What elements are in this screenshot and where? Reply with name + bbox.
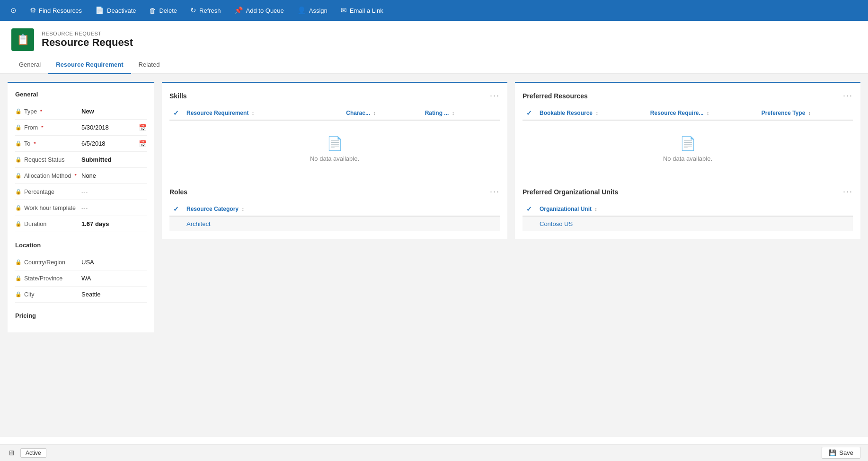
field-value-from: 5/30/2018 📅	[81, 124, 147, 131]
roles-section: Roles ··· ✓ Resource Category ↕	[169, 187, 500, 231]
field-value-country[interactable]: USA	[81, 259, 147, 266]
field-value-state[interactable]: WA	[81, 275, 147, 282]
skills-table-header-row: ✓ Resource Requirement ↕ Charac... ↕ Rat…	[169, 106, 500, 120]
preferred-org-units-table: ✓ Organizational Unit ↕ Contoso US	[523, 202, 853, 231]
field-value-duration[interactable]: 1.67 days	[81, 220, 147, 227]
preferred-resources-table: ✓ Bookable Resource ↕ Resource Require..…	[523, 106, 853, 121]
field-label-from: 🔒 From *	[15, 124, 81, 131]
nav-refresh-button[interactable]: ↻ Refresh	[184, 0, 228, 21]
roles-row-architect[interactable]: Architect	[183, 216, 500, 231]
skills-col-requirement[interactable]: Resource Requirement ↕	[183, 106, 342, 120]
nav-assign-button[interactable]: 👤 Assign	[291, 0, 334, 21]
refresh-label: Refresh	[199, 7, 221, 14]
email-icon: ✉	[341, 6, 347, 15]
field-row-to: 🔒 To * 6/5/2018 📅	[15, 136, 147, 152]
find-resources-icon: ⚙	[30, 6, 36, 15]
preferred-org-units-panel-header: Preferred Organizational Units ···	[523, 187, 853, 197]
sort-icon-requirement[interactable]: ↕	[252, 110, 255, 116]
field-label-state: 🔒 State/Province	[15, 275, 81, 282]
field-value-to: 6/5/2018 📅	[81, 140, 147, 148]
lock-icon-state: 🔒	[15, 275, 22, 281]
nav-add-to-queue-button[interactable]: 📌 Add to Queue	[228, 0, 291, 21]
sort-icon-rating[interactable]: ↕	[452, 110, 455, 116]
lock-icon-city: 🔒	[15, 291, 22, 297]
lock-icon-allocation-method: 🔒	[15, 173, 22, 179]
preferred-org-units-row-check	[523, 216, 536, 231]
entity-icon-glyph: 📋	[17, 34, 29, 46]
preferred-resources-header-row: ✓ Bookable Resource ↕ Resource Require..…	[523, 106, 853, 120]
tabs-bar: General Resource Requirement Related	[0, 56, 868, 74]
field-label-percentage: 🔒 Percentage	[15, 189, 81, 195]
sort-icon-org-unit[interactable]: ↕	[594, 206, 597, 212]
preferred-resources-col-preference-type[interactable]: Preference Type ↕	[758, 106, 853, 120]
calendar-icon-from[interactable]: 📅	[139, 124, 147, 131]
preferred-org-units-more-icon[interactable]: ···	[843, 187, 853, 197]
roles-check-header: ✓	[169, 202, 183, 216]
assign-icon: 👤	[297, 6, 306, 15]
nav-find-resources-button[interactable]: ⚙ Find Resources	[23, 0, 89, 21]
sort-icon-resource-require[interactable]: ↕	[707, 110, 709, 116]
field-value-request-status[interactable]: Submitted	[81, 156, 147, 163]
preferred-resources-col-requirement[interactable]: Resource Require... ↕	[647, 106, 758, 120]
field-row-country: 🔒 Country/Region USA	[15, 254, 147, 270]
nav-bar: ⊙ ⚙ Find Resources 📄 Deactivate 🗑 Delete…	[0, 0, 868, 21]
roles-table-row[interactable]: Architect	[169, 216, 500, 231]
field-value-allocation-method[interactable]: None	[81, 172, 147, 179]
preferred-resources-col-bookable[interactable]: Bookable Resource ↕	[536, 106, 647, 120]
roles-col-category[interactable]: Resource Category ↕	[183, 202, 500, 216]
entity-info: RESOURCE REQUEST Resource Request	[42, 31, 133, 49]
right-panel: Preferred Resources ··· ✓ Bookable Resou…	[515, 82, 860, 239]
no-data-icon-skills: 📄	[327, 136, 343, 151]
tab-related[interactable]: Related	[131, 56, 168, 74]
skills-check-header: ✓	[169, 106, 183, 120]
nav-delete-button[interactable]: 🗑 Delete	[142, 0, 184, 21]
preferred-resources-no-data: 📄 No data available.	[523, 121, 853, 177]
sort-icon-bookable[interactable]: ↕	[595, 110, 598, 116]
nav-email-link-button[interactable]: ✉ Email a Link	[334, 0, 390, 21]
roles-more-icon[interactable]: ···	[490, 187, 500, 197]
tab-resource-requirement[interactable]: Resource Requirement	[48, 56, 131, 74]
field-value-percentage[interactable]: ---	[81, 188, 147, 195]
add-to-queue-icon: 📌	[234, 6, 243, 15]
preferred-org-units-col-org-unit[interactable]: Organizational Unit ↕	[536, 202, 853, 216]
skills-col-rating[interactable]: Rating ... ↕	[421, 106, 500, 120]
find-resources-label: Find Resources	[39, 7, 82, 14]
roles-table: ✓ Resource Category ↕ Architect	[169, 202, 500, 231]
roles-table-header-row: ✓ Resource Category ↕	[169, 202, 500, 216]
sort-icon-role-category[interactable]: ↕	[241, 206, 244, 212]
skills-col-charac[interactable]: Charac... ↕	[342, 106, 421, 120]
page-header: 📋 RESOURCE REQUEST Resource Request	[0, 21, 868, 56]
tab-general[interactable]: General	[11, 56, 48, 74]
nav-deactivate-button[interactable]: 📄 Deactivate	[89, 0, 142, 21]
preferred-org-units-table-row[interactable]: Contoso US	[523, 216, 853, 231]
entity-title: Resource Request	[42, 36, 133, 49]
preferred-resources-more-icon[interactable]: ···	[843, 91, 853, 101]
field-value-work-hour-template[interactable]: ---	[81, 204, 147, 211]
field-row-type: 🔒 Type * New	[15, 104, 147, 120]
skills-section: Skills ··· ✓ Resource Requirement ↕ C	[169, 91, 500, 177]
field-value-city[interactable]: Seattle	[81, 291, 147, 298]
preferred-org-units-panel-title: Preferred Organizational Units	[523, 188, 618, 196]
preferred-org-units-section: Preferred Organizational Units ··· ✓ Org…	[523, 187, 853, 231]
skills-panel-title: Skills	[169, 92, 187, 100]
preferred-resources-panel-title: Preferred Resources	[523, 92, 588, 100]
sort-icon-charac[interactable]: ↕	[373, 110, 376, 116]
field-value-type[interactable]: New	[81, 108, 147, 115]
field-label-type: 🔒 Type *	[15, 108, 81, 115]
field-row-city: 🔒 City Seattle	[15, 287, 147, 303]
lock-icon-country: 🔒	[15, 259, 22, 265]
skills-panel-header: Skills ···	[169, 91, 500, 101]
preferred-org-units-row-contoso[interactable]: Contoso US	[536, 216, 853, 231]
preferred-org-units-check-header: ✓	[523, 202, 536, 216]
skills-table: ✓ Resource Requirement ↕ Charac... ↕ Rat…	[169, 106, 500, 121]
skills-more-icon[interactable]: ···	[490, 91, 500, 101]
lock-icon-from: 🔒	[15, 124, 22, 130]
nav-home-button[interactable]: ⊙	[4, 0, 23, 21]
delete-icon: 🗑	[149, 7, 156, 15]
preferred-resources-panel-header: Preferred Resources ···	[523, 91, 853, 101]
center-panel: Skills ··· ✓ Resource Requirement ↕ C	[162, 82, 507, 239]
calendar-icon-to[interactable]: 📅	[139, 140, 147, 148]
general-section-title: General	[15, 91, 147, 98]
sort-icon-preference-type[interactable]: ↕	[808, 110, 811, 116]
field-label-allocation-method: 🔒 Allocation Method *	[15, 173, 81, 179]
